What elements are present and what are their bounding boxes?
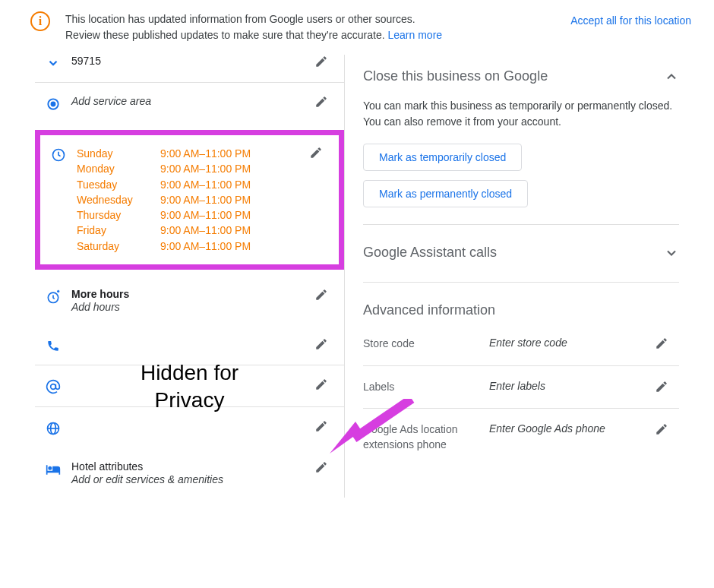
labels-label: Labels [363, 380, 489, 395]
clock-icon [40, 146, 77, 254]
edit-phone-button[interactable] [308, 337, 335, 351]
edit-hours-button[interactable] [302, 146, 330, 254]
edit-hotel-attributes-button[interactable] [308, 460, 335, 474]
labels-value: Enter labels [489, 380, 655, 392]
close-business-heading: Close this business on Google [363, 68, 548, 84]
ads-phone-label: Google Ads location extensions phone [363, 422, 489, 452]
day-hours: 9:00 AM–11:00 PM [160, 239, 302, 254]
contact-block: Hidden for Privacy [35, 325, 344, 448]
hotel-bed-icon [35, 460, 71, 477]
close-business-section: Close this business on Google You can ma… [363, 55, 679, 225]
ads-phone-row: Google Ads location extensions phone Ent… [363, 408, 679, 466]
mark-temporarily-closed-button[interactable]: Mark as temporarily closed [363, 144, 522, 171]
at-sign-icon [35, 378, 71, 394]
info-icon: i [30, 11, 50, 31]
ads-phone-value: Enter Google Ads phone [489, 422, 655, 435]
mark-permanently-closed-button[interactable]: Mark as permanently closed [363, 180, 528, 207]
service-area-row: Add service area [35, 82, 344, 124]
edit-email-button[interactable] [308, 378, 335, 391]
address-zip: 59715 [71, 55, 308, 67]
learn-more-link[interactable]: Learn more [387, 29, 442, 41]
day-hours: 9:00 AM–11:00 PM [160, 177, 302, 192]
store-code-label: Store code [363, 337, 489, 352]
hotel-attributes-label: Hotel attributes [71, 460, 308, 473]
day-label: Saturday [77, 239, 160, 254]
day-hours: 9:00 AM–11:00 PM [160, 207, 302, 223]
banner-line1: This location has updated information fr… [65, 13, 415, 25]
day-label: Friday [77, 223, 160, 238]
hotel-attributes-row: Hotel attributes Add or edit services & … [35, 448, 344, 498]
google-assistant-heading: Google Assistant calls [363, 245, 497, 261]
map-pin-icon [35, 95, 71, 112]
advanced-information-section: Advanced information Store code Enter st… [363, 289, 679, 466]
labels-row: Labels Enter labels [363, 365, 679, 409]
accept-all-button[interactable]: Accept all for this location [570, 11, 691, 27]
day-hours: 9:00 AM–11:00 PM [160, 223, 302, 238]
email-row [35, 365, 344, 406]
sidebar-panel: Close this business on Google You can ma… [345, 55, 679, 498]
more-hours-sub: Add hours [71, 301, 308, 313]
day-hours: 9:00 AM–11:00 PM [160, 161, 302, 176]
advanced-heading: Advanced information [363, 302, 495, 318]
address-row: 59715 [35, 55, 344, 82]
info-banner: i This location has updated information … [0, 0, 714, 55]
svg-point-1 [52, 103, 55, 106]
day-label: Sunday [77, 146, 160, 161]
store-code-row: Store code Enter store code [363, 323, 679, 365]
edit-address-button[interactable] [308, 55, 335, 68]
hotel-attributes-sub: Add or edit services & amenities [71, 473, 308, 485]
day-label: Monday [77, 161, 160, 176]
day-hours: 9:00 AM–11:00 PM [160, 192, 302, 207]
globe-icon [35, 419, 71, 436]
clock-plus-icon [35, 288, 71, 305]
day-label: Wednesday [77, 192, 160, 207]
business-details-panel: 59715 Add service area Sunday9:00 A [35, 55, 345, 498]
store-code-value: Enter store code [489, 337, 655, 349]
day-hours: 9:00 AM–11:00 PM [160, 146, 302, 161]
edit-more-hours-button[interactable] [308, 288, 335, 302]
banner-line2: Review these published updates to make s… [65, 29, 385, 41]
chevron-up-icon [664, 69, 679, 84]
edit-website-button[interactable] [308, 419, 335, 433]
chevron-down-icon[interactable] [35, 55, 71, 70]
svg-point-6 [51, 384, 56, 390]
more-hours-label: More hours [71, 288, 308, 300]
google-assistant-section[interactable]: Google Assistant calls [363, 231, 679, 283]
website-row [35, 406, 344, 448]
service-area-placeholder: Add service area [71, 95, 308, 107]
chevron-down-icon [664, 245, 679, 261]
hours-table: Sunday9:00 AM–11:00 PM Monday9:00 AM–11:… [77, 146, 302, 254]
edit-store-code-button[interactable] [655, 337, 679, 350]
phone-row [35, 325, 344, 365]
edit-ads-phone-button[interactable] [655, 422, 679, 436]
banner-message: This location has updated information fr… [65, 11, 555, 43]
close-business-desc: You can mark this business as temporaril… [363, 98, 679, 130]
phone-icon [35, 337, 71, 352]
edit-service-area-button[interactable] [308, 95, 335, 109]
more-hours-row: More hours Add hours [35, 276, 344, 325]
day-label: Thursday [77, 207, 160, 223]
day-label: Tuesday [77, 177, 160, 192]
edit-labels-button[interactable] [655, 380, 679, 394]
close-business-heading-row[interactable]: Close this business on Google [363, 55, 679, 98]
hours-highlighted-box: Sunday9:00 AM–11:00 PM Monday9:00 AM–11:… [35, 130, 344, 270]
